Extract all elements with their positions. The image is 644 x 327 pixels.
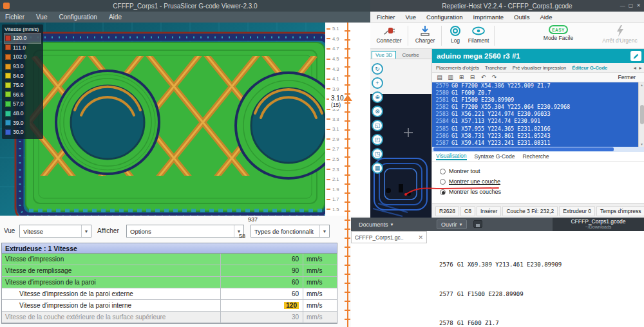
prusaslicer-titlebar[interactable]: CFFFP_Corps1 - PrusaSlicer G-code Viewer… bbox=[0, 0, 370, 12]
editor-title-block[interactable]: CFFFP_Corps1.gcode ~/Downloads bbox=[553, 218, 644, 231]
close-editor-button[interactable]: Fermer bbox=[618, 74, 636, 80]
view-select[interactable]: Vitesse ▼ bbox=[19, 225, 91, 238]
setting-value-cell: 120 bbox=[221, 300, 303, 311]
menu-item[interactable]: Aide bbox=[109, 14, 122, 21]
menu-item[interactable]: Outils bbox=[514, 14, 529, 21]
grid-view-icon[interactable]: ▦ bbox=[372, 162, 383, 174]
save-file-icon[interactable]: ▥ bbox=[446, 74, 455, 80]
front-view-icon[interactable]: ◰ bbox=[372, 134, 383, 145]
legend-item[interactable]: 48.0 bbox=[5, 109, 41, 118]
close-icon[interactable]: ✕ bbox=[636, 3, 641, 8]
log-button[interactable]: Log bbox=[446, 25, 465, 44]
layer-tick bbox=[327, 209, 330, 210]
editor-horizontal-scrollbar[interactable] bbox=[432, 147, 644, 152]
layer-tick bbox=[327, 28, 330, 30]
legend-item[interactable]: 111.0 bbox=[5, 43, 41, 53]
tab-slicer[interactable]: Trancheur bbox=[485, 65, 507, 71]
line-text: G1 F7200 X55.304 Y225.064 E230.92968 bbox=[451, 104, 570, 111]
chevron-down-icon: ▼ bbox=[390, 223, 394, 227]
text-editor-content[interactable]: 2576G1 X69.389 Y213.461 E230.89909 2577G… bbox=[439, 232, 583, 327]
redo-icon[interactable]: ↷ bbox=[490, 74, 498, 80]
legend-item[interactable]: 66.6 bbox=[5, 90, 41, 100]
radio-montrer-les-couches[interactable]: Montrer les couches bbox=[440, 189, 501, 195]
menu-item[interactable]: Configuration bbox=[59, 14, 97, 21]
tab-vue-3d[interactable]: Vue 3D bbox=[372, 51, 396, 59]
table-row: Vitesse de remplissage 90 mm/s bbox=[2, 265, 337, 277]
editor-file-path: ~/Downloads bbox=[585, 225, 612, 230]
add-icon[interactable]: ⊞ bbox=[457, 74, 466, 80]
move-view-icon[interactable]: + bbox=[372, 77, 383, 89]
easy-mode-button[interactable]: EASY Mode Facile bbox=[539, 25, 578, 41]
emergency-stop-button[interactable]: Arrêt d'Urgenc bbox=[596, 25, 644, 44]
maximize-icon[interactable]: ▢ bbox=[629, 3, 634, 8]
feature-type-value: Types de fonctionnalit bbox=[254, 228, 314, 235]
undo-icon[interactable]: ↶ bbox=[479, 74, 488, 80]
result-tabs: Visualisation Syntaxe G-Code Recherche bbox=[432, 152, 644, 162]
radio-icon[interactable] bbox=[440, 169, 446, 174]
legend-item[interactable]: 93.0 bbox=[5, 62, 41, 71]
zoom-icon[interactable]: ⊕ bbox=[372, 91, 383, 103]
tab-courbe[interactable]: Courbe bbox=[399, 51, 422, 59]
tab-print-preview[interactable]: Pré visualiser impression bbox=[513, 65, 566, 71]
minimize-icon[interactable]: — bbox=[620, 3, 625, 8]
load-button[interactable]: Charger bbox=[411, 25, 439, 44]
menu-item[interactable]: Configuration bbox=[426, 14, 463, 21]
documents-button[interactable]: Documents▼ bbox=[359, 220, 393, 229]
tab-object-placement[interactable]: Placements d'objets bbox=[436, 65, 479, 71]
radio-icon[interactable] bbox=[440, 179, 446, 185]
rotate-view-icon[interactable]: ↻ bbox=[372, 63, 383, 75]
repetier-titlebar[interactable]: Repetier-Host V2.2.4 - CFFFP_Corps1.gcod… bbox=[370, 0, 644, 12]
scrollbar-thumb[interactable] bbox=[640, 105, 644, 124]
menu-item[interactable]: Vue bbox=[36, 14, 47, 21]
layer-slider[interactable]: 5.1 4.9 4.7 4.5 bbox=[325, 23, 370, 216]
layer-scale-row: 2.3 bbox=[327, 164, 339, 174]
legend-item[interactable]: 120.0 bbox=[5, 33, 41, 43]
legend-item[interactable]: 75.0 bbox=[5, 80, 41, 90]
layer-slider-handle[interactable] bbox=[343, 95, 352, 101]
reset-view-icon[interactable]: ⊗ bbox=[372, 106, 383, 117]
filament-button[interactable]: Filament bbox=[466, 25, 491, 44]
prusaslicer-window: CFFFP_Corps1 - PrusaSlicer G-code Viewer… bbox=[0, 0, 370, 327]
scroll-up-icon[interactable]: ▲ bbox=[640, 83, 643, 87]
radio-icon[interactable] bbox=[440, 189, 446, 195]
legend-item[interactable]: 84.0 bbox=[5, 71, 41, 80]
legend-item[interactable]: 57.0 bbox=[5, 99, 41, 109]
show-select[interactable]: Options ▼ bbox=[126, 225, 244, 238]
remove-icon[interactable]: ⊟ bbox=[468, 74, 477, 80]
legend-item[interactable]: 30.0 bbox=[5, 127, 41, 137]
radio-montrer-tout[interactable]: Montrer tout bbox=[440, 168, 480, 174]
status-cell: Insérer bbox=[477, 206, 501, 216]
legend-item[interactable]: 102.0 bbox=[5, 52, 41, 62]
menu-item[interactable]: Imprimante bbox=[473, 14, 504, 21]
chevron-down-icon[interactable]: ▼ bbox=[81, 225, 91, 237]
tab-syntaxe[interactable]: Syntaxe G-Code bbox=[475, 153, 515, 160]
open-button[interactable]: Ouvrir▼ bbox=[437, 220, 467, 229]
menu-item[interactable]: Vue bbox=[406, 14, 417, 21]
legend-color-swatch bbox=[5, 91, 11, 97]
file-tab[interactable]: CFFFP_Corps1.gc.. ✕ bbox=[351, 231, 427, 243]
tab-visualisation[interactable]: Visualisation bbox=[436, 153, 467, 160]
chevron-down-icon[interactable]: ▼ bbox=[319, 225, 329, 237]
tab-recherche[interactable]: Recherche bbox=[522, 153, 549, 160]
menu-item[interactable]: Fichier bbox=[5, 14, 24, 21]
scroll-down-icon[interactable]: ▼ bbox=[640, 142, 643, 146]
edit-printer-button[interactable] bbox=[630, 51, 641, 61]
tab-gcode-editor[interactable]: Éditeur G-Code bbox=[572, 65, 607, 71]
new-file-icon[interactable]: ▤ bbox=[435, 74, 444, 80]
feature-type-select[interactable]: Types de fonctionnalit ▼ bbox=[251, 225, 330, 238]
menu-item[interactable]: Aide bbox=[540, 14, 552, 21]
save-icon[interactable] bbox=[473, 220, 482, 228]
legend-item[interactable]: 39.0 bbox=[5, 118, 41, 127]
close-tab-icon[interactable]: ✕ bbox=[418, 234, 423, 241]
gcode-editor[interactable]: 2579 G0 F7200 X54.386 Y225.009 Z1.7 2580… bbox=[432, 82, 638, 147]
editor-vertical-scrollbar[interactable]: ▲ ▼ bbox=[638, 82, 644, 147]
connect-button[interactable]: Connecter bbox=[372, 25, 406, 44]
radio-montrer-une-couche[interactable]: Montrer une couche bbox=[440, 178, 500, 185]
iso-view-icon[interactable]: ◱ bbox=[372, 120, 383, 131]
gcode-preview-3d[interactable] bbox=[0, 23, 325, 216]
tab-scroll-arrows[interactable]: ◄ ► bbox=[632, 66, 643, 70]
menu-item[interactable]: Fichier bbox=[377, 14, 395, 21]
top-view-icon[interactable]: ◳ bbox=[372, 148, 383, 160]
scrollbar-thumb[interactable] bbox=[433, 147, 614, 151]
legend-value: 39.0 bbox=[13, 120, 24, 126]
